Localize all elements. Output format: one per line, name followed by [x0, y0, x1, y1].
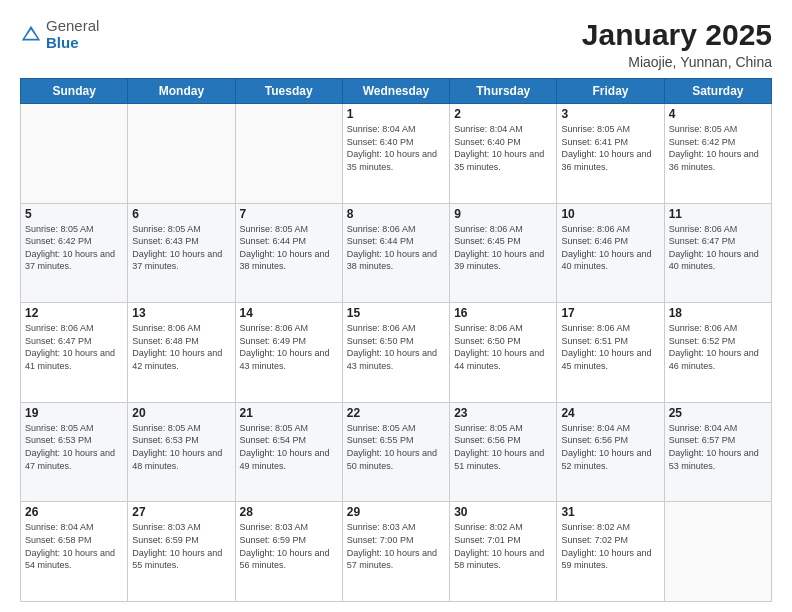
calendar-subtitle: Miaojie, Yunnan, China	[582, 54, 772, 70]
weekday-header-monday: Monday	[128, 79, 235, 104]
day-info: Sunrise: 8:04 AM Sunset: 6:58 PM Dayligh…	[25, 521, 123, 571]
day-number: 1	[347, 107, 445, 121]
calendar-cell: 2Sunrise: 8:04 AM Sunset: 6:40 PM Daylig…	[450, 104, 557, 204]
day-number: 10	[561, 207, 659, 221]
logo: General Blue	[20, 18, 99, 51]
calendar-cell: 17Sunrise: 8:06 AM Sunset: 6:51 PM Dayli…	[557, 303, 664, 403]
day-number: 9	[454, 207, 552, 221]
day-info: Sunrise: 8:06 AM Sunset: 6:45 PM Dayligh…	[454, 223, 552, 273]
week-row-5: 26Sunrise: 8:04 AM Sunset: 6:58 PM Dayli…	[21, 502, 772, 602]
title-block: January 2025 Miaojie, Yunnan, China	[582, 18, 772, 70]
calendar-cell: 5Sunrise: 8:05 AM Sunset: 6:42 PM Daylig…	[21, 203, 128, 303]
day-info: Sunrise: 8:05 AM Sunset: 6:54 PM Dayligh…	[240, 422, 338, 472]
day-number: 31	[561, 505, 659, 519]
calendar-cell: 11Sunrise: 8:06 AM Sunset: 6:47 PM Dayli…	[664, 203, 771, 303]
calendar-cell: 10Sunrise: 8:06 AM Sunset: 6:46 PM Dayli…	[557, 203, 664, 303]
day-number: 30	[454, 505, 552, 519]
day-number: 8	[347, 207, 445, 221]
calendar-cell: 13Sunrise: 8:06 AM Sunset: 6:48 PM Dayli…	[128, 303, 235, 403]
day-info: Sunrise: 8:03 AM Sunset: 6:59 PM Dayligh…	[132, 521, 230, 571]
calendar-cell: 14Sunrise: 8:06 AM Sunset: 6:49 PM Dayli…	[235, 303, 342, 403]
calendar-cell: 1Sunrise: 8:04 AM Sunset: 6:40 PM Daylig…	[342, 104, 449, 204]
day-number: 7	[240, 207, 338, 221]
day-number: 2	[454, 107, 552, 121]
day-number: 6	[132, 207, 230, 221]
calendar-cell: 3Sunrise: 8:05 AM Sunset: 6:41 PM Daylig…	[557, 104, 664, 204]
calendar-cell: 15Sunrise: 8:06 AM Sunset: 6:50 PM Dayli…	[342, 303, 449, 403]
logo-general-text: General	[46, 17, 99, 34]
calendar-cell: 30Sunrise: 8:02 AM Sunset: 7:01 PM Dayli…	[450, 502, 557, 602]
logo-icon	[20, 24, 42, 46]
calendar-cell: 31Sunrise: 8:02 AM Sunset: 7:02 PM Dayli…	[557, 502, 664, 602]
day-info: Sunrise: 8:06 AM Sunset: 6:52 PM Dayligh…	[669, 322, 767, 372]
day-info: Sunrise: 8:06 AM Sunset: 6:50 PM Dayligh…	[347, 322, 445, 372]
day-number: 15	[347, 306, 445, 320]
calendar-cell: 6Sunrise: 8:05 AM Sunset: 6:43 PM Daylig…	[128, 203, 235, 303]
calendar-title: January 2025	[582, 18, 772, 52]
day-number: 18	[669, 306, 767, 320]
day-info: Sunrise: 8:05 AM Sunset: 6:56 PM Dayligh…	[454, 422, 552, 472]
calendar-cell: 22Sunrise: 8:05 AM Sunset: 6:55 PM Dayli…	[342, 402, 449, 502]
day-number: 23	[454, 406, 552, 420]
calendar-table: SundayMondayTuesdayWednesdayThursdayFrid…	[20, 78, 772, 602]
day-info: Sunrise: 8:06 AM Sunset: 6:49 PM Dayligh…	[240, 322, 338, 372]
day-info: Sunrise: 8:06 AM Sunset: 6:51 PM Dayligh…	[561, 322, 659, 372]
day-number: 14	[240, 306, 338, 320]
calendar-cell: 7Sunrise: 8:05 AM Sunset: 6:44 PM Daylig…	[235, 203, 342, 303]
day-info: Sunrise: 8:04 AM Sunset: 6:40 PM Dayligh…	[347, 123, 445, 173]
day-info: Sunrise: 8:03 AM Sunset: 6:59 PM Dayligh…	[240, 521, 338, 571]
calendar-cell: 26Sunrise: 8:04 AM Sunset: 6:58 PM Dayli…	[21, 502, 128, 602]
calendar-cell: 29Sunrise: 8:03 AM Sunset: 7:00 PM Dayli…	[342, 502, 449, 602]
day-info: Sunrise: 8:04 AM Sunset: 6:56 PM Dayligh…	[561, 422, 659, 472]
calendar-cell	[21, 104, 128, 204]
logo-text: General Blue	[46, 18, 99, 51]
day-number: 20	[132, 406, 230, 420]
calendar-cell: 16Sunrise: 8:06 AM Sunset: 6:50 PM Dayli…	[450, 303, 557, 403]
week-row-2: 5Sunrise: 8:05 AM Sunset: 6:42 PM Daylig…	[21, 203, 772, 303]
day-number: 5	[25, 207, 123, 221]
day-info: Sunrise: 8:06 AM Sunset: 6:46 PM Dayligh…	[561, 223, 659, 273]
day-info: Sunrise: 8:05 AM Sunset: 6:41 PM Dayligh…	[561, 123, 659, 173]
calendar-cell: 25Sunrise: 8:04 AM Sunset: 6:57 PM Dayli…	[664, 402, 771, 502]
day-number: 11	[669, 207, 767, 221]
day-number: 28	[240, 505, 338, 519]
week-row-4: 19Sunrise: 8:05 AM Sunset: 6:53 PM Dayli…	[21, 402, 772, 502]
day-info: Sunrise: 8:03 AM Sunset: 7:00 PM Dayligh…	[347, 521, 445, 571]
day-info: Sunrise: 8:05 AM Sunset: 6:44 PM Dayligh…	[240, 223, 338, 273]
calendar-cell: 12Sunrise: 8:06 AM Sunset: 6:47 PM Dayli…	[21, 303, 128, 403]
day-info: Sunrise: 8:05 AM Sunset: 6:53 PM Dayligh…	[25, 422, 123, 472]
day-number: 16	[454, 306, 552, 320]
day-info: Sunrise: 8:04 AM Sunset: 6:57 PM Dayligh…	[669, 422, 767, 472]
weekday-header-sunday: Sunday	[21, 79, 128, 104]
calendar-cell: 18Sunrise: 8:06 AM Sunset: 6:52 PM Dayli…	[664, 303, 771, 403]
weekday-header-saturday: Saturday	[664, 79, 771, 104]
week-row-1: 1Sunrise: 8:04 AM Sunset: 6:40 PM Daylig…	[21, 104, 772, 204]
day-info: Sunrise: 8:02 AM Sunset: 7:01 PM Dayligh…	[454, 521, 552, 571]
calendar-cell	[128, 104, 235, 204]
weekday-header-row: SundayMondayTuesdayWednesdayThursdayFrid…	[21, 79, 772, 104]
weekday-header-friday: Friday	[557, 79, 664, 104]
page: General Blue January 2025 Miaojie, Yunna…	[0, 0, 792, 612]
calendar-cell: 24Sunrise: 8:04 AM Sunset: 6:56 PM Dayli…	[557, 402, 664, 502]
day-number: 24	[561, 406, 659, 420]
calendar-cell: 28Sunrise: 8:03 AM Sunset: 6:59 PM Dayli…	[235, 502, 342, 602]
day-number: 25	[669, 406, 767, 420]
day-info: Sunrise: 8:06 AM Sunset: 6:47 PM Dayligh…	[25, 322, 123, 372]
day-number: 12	[25, 306, 123, 320]
logo-blue-text: Blue	[46, 34, 79, 51]
week-row-3: 12Sunrise: 8:06 AM Sunset: 6:47 PM Dayli…	[21, 303, 772, 403]
calendar-cell: 4Sunrise: 8:05 AM Sunset: 6:42 PM Daylig…	[664, 104, 771, 204]
day-number: 13	[132, 306, 230, 320]
day-info: Sunrise: 8:02 AM Sunset: 7:02 PM Dayligh…	[561, 521, 659, 571]
day-info: Sunrise: 8:05 AM Sunset: 6:42 PM Dayligh…	[25, 223, 123, 273]
calendar-cell: 9Sunrise: 8:06 AM Sunset: 6:45 PM Daylig…	[450, 203, 557, 303]
day-number: 21	[240, 406, 338, 420]
day-info: Sunrise: 8:05 AM Sunset: 6:42 PM Dayligh…	[669, 123, 767, 173]
weekday-header-wednesday: Wednesday	[342, 79, 449, 104]
calendar-cell	[235, 104, 342, 204]
weekday-header-thursday: Thursday	[450, 79, 557, 104]
day-number: 27	[132, 505, 230, 519]
day-number: 19	[25, 406, 123, 420]
day-info: Sunrise: 8:05 AM Sunset: 6:43 PM Dayligh…	[132, 223, 230, 273]
day-number: 17	[561, 306, 659, 320]
